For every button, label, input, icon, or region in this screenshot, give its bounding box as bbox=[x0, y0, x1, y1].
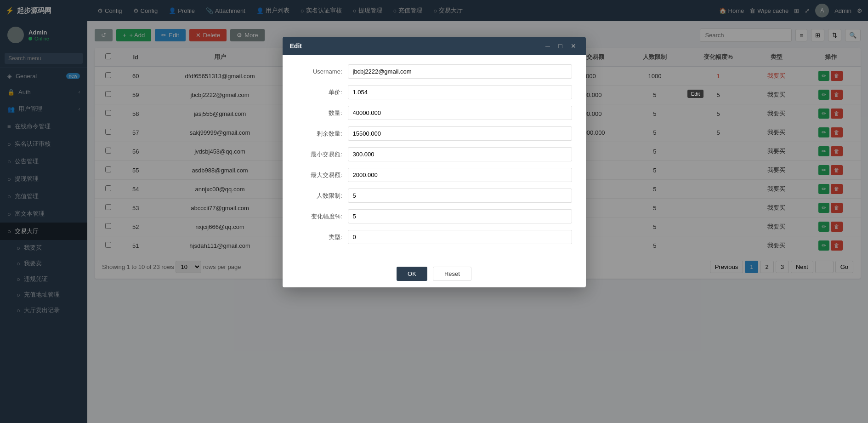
form-row-type: 类型: bbox=[296, 230, 572, 244]
form-label-remaining: 剩余数量: bbox=[296, 130, 342, 138]
modal-reset-button[interactable]: Reset bbox=[433, 267, 471, 281]
form-row-max_tx: 最大交易额: bbox=[296, 168, 572, 182]
form-input-change_pct[interactable] bbox=[348, 209, 572, 223]
modal-maximize-button[interactable]: □ bbox=[556, 41, 564, 51]
modal-title: Edit bbox=[290, 42, 302, 50]
form-row-person_limit: 人数限制: bbox=[296, 189, 572, 203]
modal-body: Username: 单价: 数量: 剩余数量: 最小交易额: 最大交易额: 人数… bbox=[283, 55, 586, 260]
form-input-username[interactable] bbox=[348, 64, 572, 79]
form-input-max_tx[interactable] bbox=[348, 168, 572, 182]
modal-controls: ─ □ ✕ bbox=[543, 41, 578, 51]
form-row-price: 单价: bbox=[296, 85, 572, 99]
modal-header: Edit ─ □ ✕ bbox=[283, 37, 586, 55]
form-label-min_tx: 最小交易额: bbox=[296, 150, 342, 159]
form-input-remaining[interactable] bbox=[348, 126, 572, 141]
form-input-person_limit[interactable] bbox=[348, 189, 572, 203]
modal-footer: OK Reset bbox=[283, 260, 586, 287]
form-label-qty: 数量: bbox=[296, 109, 342, 117]
edit-tooltip: Edit bbox=[687, 90, 703, 98]
form-row-qty: 数量: bbox=[296, 106, 572, 120]
form-row-username: Username: bbox=[296, 64, 572, 79]
form-label-max_tx: 最大交易额: bbox=[296, 171, 342, 179]
form-input-type[interactable] bbox=[348, 230, 572, 244]
form-label-change_pct: 变化幅度%: bbox=[296, 212, 342, 221]
modal-overlay: Edit ─ □ ✕ Username: 单价: 数量: 剩余数量: 最小交易额… bbox=[0, 0, 868, 423]
form-row-change_pct: 变化幅度%: bbox=[296, 209, 572, 223]
form-row-min_tx: 最小交易额: bbox=[296, 147, 572, 161]
form-input-price[interactable] bbox=[348, 85, 572, 99]
modal-ok-button[interactable]: OK bbox=[397, 267, 427, 281]
modal-close-button[interactable]: ✕ bbox=[568, 41, 579, 51]
edit-modal: Edit ─ □ ✕ Username: 单价: 数量: 剩余数量: 最小交易额… bbox=[283, 37, 586, 287]
form-label-username: Username: bbox=[296, 68, 342, 75]
form-row-remaining: 剩余数量: bbox=[296, 126, 572, 141]
modal-minimize-button[interactable]: ─ bbox=[543, 41, 552, 51]
form-label-person_limit: 人数限制: bbox=[296, 192, 342, 200]
form-label-price: 单价: bbox=[296, 88, 342, 97]
form-label-type: 类型: bbox=[296, 233, 342, 241]
form-input-min_tx[interactable] bbox=[348, 147, 572, 161]
form-input-qty[interactable] bbox=[348, 106, 572, 120]
